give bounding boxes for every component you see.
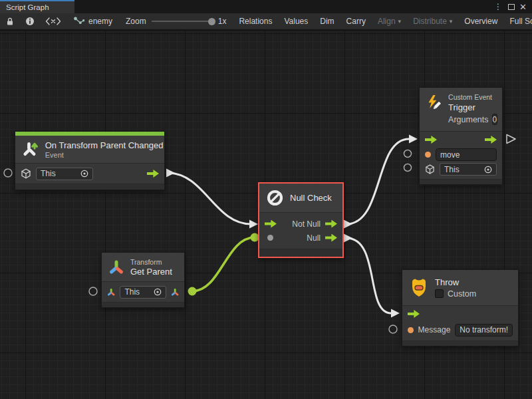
node-title: Trigger [448,102,495,112]
node-header: Custom Event Trigger Arguments 0 [420,88,502,132]
graph-name: enemy [88,17,112,26]
gameobject-cube-icon [425,164,435,174]
object-picker-icon[interactable] [484,166,492,174]
node-trigger-custom-event[interactable]: Custom Event Trigger Arguments 0 move [419,87,503,185]
event-name-row: move [420,148,502,162]
info-icon [25,17,35,26]
node-category: Custom Event [448,93,495,101]
unconnected-port[interactable] [89,287,97,295]
event-name-field[interactable]: move [436,148,497,161]
value-input-port[interactable] [267,235,273,241]
object-picker-icon[interactable] [154,288,162,296]
node-footer [15,184,164,190]
overview-button[interactable]: Overview [458,13,503,29]
tab-script-graph[interactable]: Script Graph [0,0,74,13]
graph-icon [73,17,84,27]
target-field[interactable]: This [36,168,93,180]
wire-null-to-throw[interactable] [346,238,391,313]
target-field[interactable]: This [120,286,166,299]
values-button[interactable]: Values [278,13,314,29]
tab-strip: Script Graph ⋮ ✕ [0,0,532,13]
node-get-parent[interactable]: Transform Get Parent This [101,252,185,308]
flow-input-port[interactable] [409,135,418,144]
node-header: Transform Get Parent [102,253,184,282]
flow-input-port[interactable] [391,309,400,318]
zoom-control: Zoom 1x [119,13,233,29]
info-button[interactable] [20,13,40,29]
code-view-button[interactable] [40,13,66,29]
window-controls: ⋮ ✕ [493,0,532,13]
unconnected-port[interactable] [389,325,397,333]
maximize-icon[interactable] [508,4,515,10]
dim-button[interactable]: Dim [314,13,340,29]
close-icon[interactable]: ✕ [519,3,527,11]
kebab-menu-icon[interactable]: ⋮ [493,3,503,11]
carry-button[interactable]: Carry [340,13,372,29]
unconnected-port[interactable] [404,150,412,158]
distribute-dropdown[interactable]: Distribute [407,13,458,29]
wire-getparent-to-nullcheck[interactable] [192,237,255,291]
wire-event-to-nullcheck[interactable] [168,173,251,224]
arguments-field[interactable]: 0 [492,114,498,125]
graph-reference[interactable]: enemy [66,13,119,29]
flow-output-arrow[interactable] [147,170,159,178]
transform-mini-icon [107,288,115,297]
node-throw[interactable]: Throw Custom Message No transform! [402,269,519,346]
value-input-port[interactable] [425,152,431,158]
port-label: Null [307,233,321,243]
zoom-slider[interactable] [152,21,213,22]
unconnected-port[interactable] [4,169,12,177]
node-footer [259,249,342,257]
node-null-check[interactable]: Null Check Not Null Null [258,182,344,258]
flow-output-arrow[interactable] [325,234,337,242]
flow-output-arrow[interactable] [325,220,337,228]
transform-icon [108,259,124,275]
node-footer [402,340,518,346]
lock-button[interactable] [0,13,20,29]
zoom-value: 1x [218,17,227,26]
transform-event-icon [22,140,39,158]
custom-checkbox[interactable] [435,289,444,298]
target-row: This [15,164,164,184]
tab-title: Script Graph [6,3,49,11]
flow-input-arrow[interactable] [265,220,277,228]
flow-input-arrow[interactable] [408,310,420,318]
message-label: Message [418,325,451,334]
flow-output-port[interactable] [166,169,175,178]
code-icon [45,17,61,25]
node-body: Not Null Null [259,213,342,249]
not-null-row: Not Null [259,217,342,231]
node-header: On Transform Parent Changed Event [15,136,164,164]
node-subtitle: Event [45,151,158,159]
flow-output-port[interactable] [344,234,352,243]
relations-button[interactable]: Relations [233,13,278,29]
node-on-transform-parent-changed[interactable]: On Transform Parent Changed Event This [15,131,165,190]
zoom-slider-handle[interactable] [208,18,215,25]
node-footer [420,179,502,184]
graph-canvas[interactable]: On Transform Parent Changed Event This [0,31,532,399]
unconnected-port[interactable] [404,164,412,172]
value-output-port[interactable] [188,287,197,296]
target-row: This [102,282,184,302]
lock-icon [5,17,15,26]
flow-output-arrow[interactable] [485,136,497,144]
node-category: Transform [130,258,172,266]
fullscreen-button[interactable]: Full Screen [503,13,532,29]
flow-input-port[interactable] [249,220,258,229]
node-title: Throw [435,277,476,287]
object-picker-icon[interactable] [80,170,88,178]
message-field[interactable]: No transform! [455,324,513,336]
flow-output-port[interactable] [344,220,352,229]
target-field[interactable]: This [440,163,497,176]
value-input-port[interactable] [408,327,414,333]
wire-notnull-to-trigger[interactable] [346,139,409,224]
arguments-label: Arguments [448,115,488,124]
throw-exception-icon [409,277,429,299]
unconnected-flow-port[interactable] [507,135,515,144]
transform-mini-icon [171,288,179,297]
node-header: Throw Custom [402,270,518,306]
gameobject-cube-icon [21,168,31,179]
align-dropdown[interactable]: Align [372,13,407,29]
port-label: Not Null [292,219,321,229]
flow-input-arrow[interactable] [425,136,437,144]
